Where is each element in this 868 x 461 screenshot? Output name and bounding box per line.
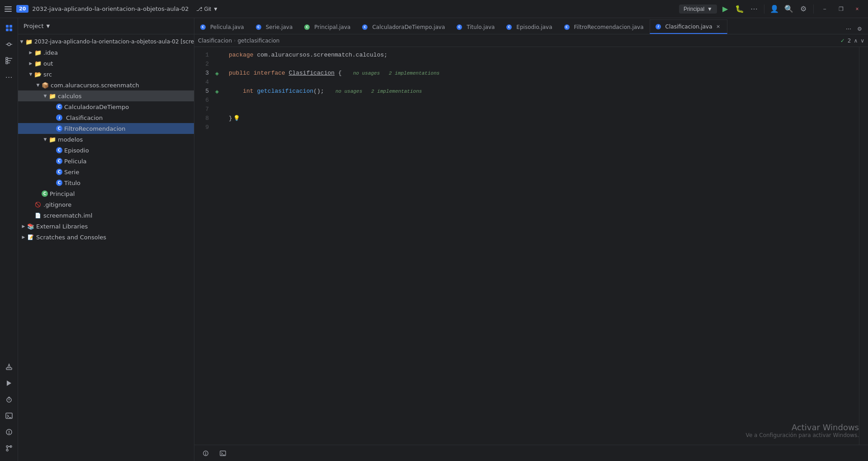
git-label: Git [204,6,211,12]
breadcrumb-sep: › [234,38,236,43]
code-editor[interactable]: package com.aluracursos.screenmatch.calc… [222,47,859,445]
breadcrumb-getclasificacion[interactable]: getclasificacion [237,38,279,44]
sidebar-icon-more[interactable]: ⋯ [2,70,16,84]
folder-icon-calculos: 📁 [49,92,56,100]
bottom-tab-problems[interactable] [198,448,213,458]
tab-calculadora[interactable]: C CalculadoraDeTiempo.java [356,19,451,34]
tree-label-filtro: FiltroRecomendacion [64,125,125,132]
tab-titulo[interactable]: C Titulo.java [451,19,500,34]
kw-int: int [243,87,253,96]
tab-clasificacion[interactable]: I Clasificacion.java × [650,19,727,34]
code-line-4 [229,78,852,87]
tab-close-clasificacion[interactable]: × [715,24,722,30]
class-icon-episodio: C [56,147,62,153]
bottom-tab-terminal[interactable] [215,448,231,458]
tree-item-extlibs[interactable]: ▶ 📚 External Libraries [18,221,194,232]
tab-serie[interactable]: C Serie.java [250,19,299,34]
tree-item-src[interactable]: ▼ 📂 src [18,69,194,80]
tree-label-titulo: Titulo [64,180,80,186]
problems-icon [203,450,209,456]
tree-item-principal[interactable]: C Principal [18,188,194,199]
tree-arrow-spacer2 [49,114,56,121]
tree-item-episodio[interactable]: C Episodio [18,145,194,156]
tree-arrow-spacer [49,103,56,110]
project-number: 20 [16,5,28,13]
sidebar-icon-problems[interactable] [2,425,16,439]
tree-item-modelos[interactable]: ▼ 📁 modelos [18,134,194,145]
code-line-5: int getclasificacion ( ) ; no usages 2 i… [229,87,852,96]
tab-pelicula[interactable]: C Pelicula.java [194,19,250,34]
sidebar-icon-build[interactable] [2,360,16,374]
tree-item-filtro[interactable]: C FiltroRecomendacion [18,123,194,134]
tab-label-titulo: Titulo.java [467,24,495,30]
hamburger-menu[interactable] [4,5,13,14]
tab-icon-pelicula: C [200,24,206,30]
more-button[interactable]: ⋯ [748,3,760,15]
breadcrumb-clasificacion[interactable]: Clasificacion [198,38,232,44]
search-button[interactable]: 🔍 [783,3,795,15]
tab-episodio[interactable]: C Episodio.java [500,19,558,34]
tree-item-titulo[interactable]: C Titulo [18,177,194,188]
tab-icon-calculadora: C [362,24,368,30]
count-value: 2 [848,38,851,44]
tree-item-root[interactable]: ▼ 📁 2032-java-aplicando-la-orientacion-a… [18,36,194,47]
tree-item-calculos[interactable]: ▼ 📁 calculos [18,90,194,101]
kw-interface: interface [254,69,285,78]
restore-button[interactable]: ❐ [834,2,848,16]
tree-item-pelicula[interactable]: C Pelicula [18,156,194,166]
sidebar-icon-debug[interactable] [2,392,16,407]
meta-5: no usages 2 implementations [330,88,422,95]
settings-button[interactable]: ⚙ [797,3,810,15]
tree-item-out[interactable]: ▶ 📁 out [18,58,194,69]
sidebar-icon-terminal[interactable] [2,409,16,423]
code-line-1: package com.aluracursos.screenmatch.calc… [229,51,852,60]
tree-item-gitignore[interactable]: 🚫 .gitignore [18,199,194,210]
tree-item-calculadora[interactable]: C CalculadoraDeTiempo [18,101,194,112]
tab-filtro[interactable]: C FiltroRecomendacion.java [558,19,650,34]
tree-arrow-modelos: ▼ [42,136,49,143]
run-config-button[interactable]: Principal ▼ [679,5,717,14]
vcs-button[interactable]: 👤 [768,3,781,15]
left-sidebar: ⋯ [0,18,18,461]
tree-item-scratches[interactable]: ▶ 📝 Scratches and Consoles [18,232,194,242]
brace-open-3: { [338,69,342,78]
gutter-5[interactable]: ◈ [212,87,222,96]
meta-3: no usages 2 implementations [347,70,440,77]
tree-item-clasificacion[interactable]: I Clasificacion [18,112,194,123]
tabs-settings-button[interactable]: ⚙ [854,24,864,34]
git-button[interactable]: ⎇ Git ▼ [193,5,222,14]
sidebar-icon-run[interactable] [2,376,16,390]
icon-iml: 📄 [34,212,42,219]
editor-area: C Pelicula.java C Serie.java C Principal… [194,18,868,461]
lightbulb-icon[interactable]: 💡 [233,114,240,123]
line-num-1: 1 [194,51,209,60]
svg-rect-3 [9,29,12,31]
tab-icon-episodio: C [506,24,512,30]
sidebar-icon-project[interactable] [2,21,16,35]
class-icon-pelicula: C [56,158,62,164]
tab-principal[interactable]: C Principal.java [298,19,356,34]
run-config-caret: ▼ [707,6,712,12]
close-button[interactable]: × [850,2,864,16]
semi-1: ; [384,51,387,60]
class-icon-principal: C [42,190,48,197]
tabs-more-button[interactable]: ⋯ [844,24,854,34]
sidebar-icon-structure[interactable] [2,53,16,68]
tree-item-iml[interactable]: 📄 screenmatch.iml [18,210,194,221]
debug-button[interactable]: 🐛 [733,3,746,15]
panel-title[interactable]: Project ▼ [24,23,50,29]
gutter-3[interactable]: ◈ [212,69,222,78]
panel-title-caret: ▼ [46,24,50,29]
tree-label-gitignore: .gitignore [43,201,71,208]
method-name: getclasificacion [257,87,313,96]
tree-item-idea[interactable]: ▶ 📁 .idea [18,47,194,58]
tree-item-package[interactable]: ▼ 📦 com.aluracursos.screenmatch [18,80,194,90]
run-button[interactable]: ▶ [719,3,731,15]
tree-item-serie[interactable]: C Serie [18,166,194,177]
paren-close: ) [317,87,321,96]
minimize-button[interactable]: − [817,2,832,16]
tab-label-principal: Principal.java [314,24,350,30]
tab-icon-filtro: C [564,24,570,30]
sidebar-icon-git[interactable] [2,441,16,456]
sidebar-icon-commits[interactable] [2,37,16,52]
